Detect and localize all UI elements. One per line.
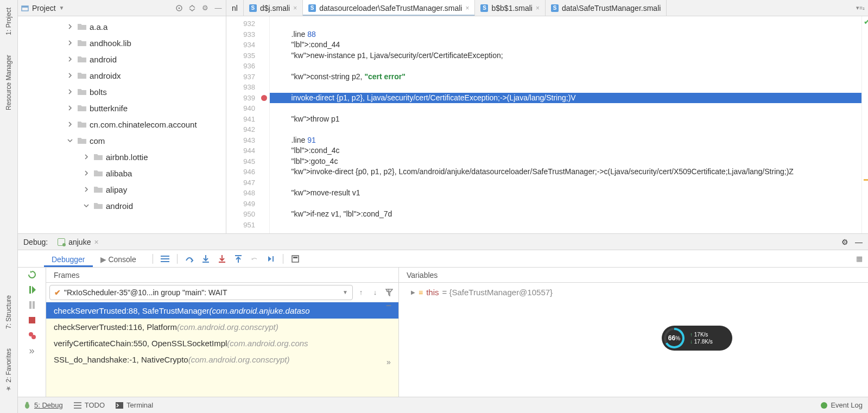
project-panel-title[interactable]: Project ▼ [21,4,64,12]
rail-project[interactable]: 1: Project [5,3,12,40]
svg-rect-12 [293,257,297,258]
stack-frame[interactable]: checkServerTrusted:116, Platform (com.an… [46,319,398,335]
tree-item[interactable]: andhook.lib [18,35,226,51]
chevron-right-icon[interactable] [67,105,73,111]
pause-button[interactable] [27,300,37,310]
drop-frame-icon[interactable]: ⤺ [250,255,259,263]
layout-icon[interactable]: ▦ [856,255,868,263]
prev-frame-button[interactable]: ↑ [355,287,367,298]
thread-dropdown[interactable]: ✔ "RxIoScheduler-35"@10...in group "main… [49,285,353,300]
gear-icon[interactable]: ⚙ [841,238,848,246]
tab-overflow[interactable]: ▾≡₂ [853,0,868,16]
chevron-right-icon[interactable] [67,88,73,95]
close-icon[interactable]: × [293,4,297,12]
tree-item[interactable]: alipay [18,181,226,198]
view-breakpoints-button[interactable] [27,331,37,340]
next-frame-button[interactable]: ↓ [369,287,381,298]
minimize-icon[interactable]: — [855,238,863,246]
tree-item-label: butterknife [90,104,128,113]
chevron-right-icon[interactable] [83,170,90,176]
tree-item[interactable]: cn.com.chinatelecom.account [18,116,226,132]
project-tree[interactable]: a.a.aandhook.libandroidandroidxboltsbutt… [18,16,226,233]
smali-icon: S [308,4,316,12]
run-to-cursor-icon[interactable] [267,255,275,263]
status-debug[interactable]: 5: Debug [23,401,63,409]
debug-toolbar: Debugger ▶ Console ⤺ [18,250,868,268]
step-over-icon[interactable] [185,255,194,263]
variables-pane: Variables + − » ▶ ≡ this = {SafeTrustMan… [399,268,868,397]
step-into-icon[interactable] [201,255,210,263]
folder-icon [78,120,86,128]
warning-marker[interactable] [864,179,868,181]
tree-item[interactable]: butterknife [18,100,226,116]
console-tab[interactable]: ▶ Console [93,252,144,267]
tree-item[interactable]: alibaba [18,165,226,181]
debug-session-tab[interactable]: anjuke × [54,237,102,247]
chevron-right-icon[interactable] [67,72,73,79]
resume-button[interactable] [27,285,37,295]
status-event-log[interactable]: Event Log [821,401,863,409]
step-out-icon[interactable] [234,255,243,263]
chevron-right-icon[interactable] [67,56,73,62]
tree-item[interactable]: android [18,198,226,214]
editor-tab[interactable]: Sdata\SafeTrustManager.smali [546,0,667,16]
variable-row[interactable]: ▶ ≡ this = {SafeTrustManager@10557} [406,287,861,297]
tree-item-label: alibaba [106,169,132,178]
tab-label: datasourceloader\SafeTrustManager.smali [319,4,462,12]
folder-icon [78,72,86,79]
editor-tab[interactable]: nl [226,0,244,16]
chevron-right-icon[interactable] [67,121,73,128]
svg-rect-22 [74,405,81,406]
variables-body[interactable]: + − » ▶ ≡ this = {SafeTrustManager@10557… [399,283,868,397]
stack-frame[interactable]: verifyCertificateChain:550, OpenSSLSocke… [46,335,398,351]
rail-structure[interactable]: 7: Structure [5,291,12,333]
left-tool-rail: 1: Project Resource Manager 7: Structure… [0,0,18,413]
stop-button[interactable] [27,315,37,325]
tree-item[interactable]: airbnb.lottie [18,149,226,165]
tree-item[interactable]: a.a.a [18,18,226,35]
locate-icon[interactable] [175,4,183,12]
chevron-down-icon[interactable] [83,202,90,209]
more-button[interactable]: » [27,346,37,355]
chevron-right-icon[interactable] [83,154,90,160]
editor-tab[interactable]: Sd$j.smali× [244,0,303,16]
stack-frame[interactable]: checkServerTrusted:88, SafeTrustManager … [46,302,398,319]
remove-watch-button[interactable]: − [384,300,394,310]
stack-frame[interactable]: SSL_do_handshake:-1, NativeCrypto (com.a… [46,351,398,367]
chevron-right-icon[interactable] [67,23,73,30]
chevron-right-icon[interactable] [67,40,73,46]
performance-gauge[interactable]: 66% ↑ 17K/s ↓ 17.8K/s [662,326,732,351]
threads-icon[interactable] [161,255,169,263]
tree-item[interactable]: androidx [18,67,226,84]
folder-icon [78,39,86,47]
editor-tab[interactable]: Sb$b$1.smali× [475,0,546,16]
tree-item[interactable]: android [18,51,226,67]
close-icon[interactable]: × [465,4,469,12]
editor-code[interactable]: .line 88 "lbl">:cond_44 "kw">new-instanc… [270,16,861,233]
editor-body[interactable]: 9329339349359369379389399409419429439449… [226,16,868,233]
rail-favorites[interactable]: ★2: Favorites [5,344,12,397]
rerun-button[interactable] [27,270,37,279]
frames-list[interactable]: checkServerTrusted:88, SafeTrustManager … [46,302,398,397]
tree-item[interactable]: bolts [18,84,226,100]
add-watch-button[interactable]: + [384,286,394,296]
status-todo[interactable]: TODO [74,401,105,409]
rail-resource-manager[interactable]: Resource Manager [5,50,12,115]
expand-icon[interactable]: ▶ [411,289,415,295]
debugger-tab[interactable]: Debugger [44,252,93,267]
more-button[interactable]: » [384,358,394,367]
minimize-icon[interactable]: — [214,4,223,12]
force-step-into-icon[interactable] [218,255,226,263]
tree-item-label: a.a.a [90,22,107,31]
expand-icon[interactable] [188,4,197,12]
gear-icon[interactable]: ⚙ [201,4,210,12]
folder-icon [78,23,86,30]
chevron-right-icon[interactable] [83,186,90,193]
evaluate-icon[interactable] [291,255,300,263]
close-icon[interactable]: × [536,4,540,12]
status-terminal[interactable]: Terminal [116,401,153,409]
editor-tab[interactable]: Sdatasourceloader\SafeTrustManager.smali… [303,0,475,16]
tree-item[interactable]: com [18,132,226,149]
chevron-down-icon[interactable] [67,137,73,144]
close-icon[interactable]: × [94,238,98,246]
